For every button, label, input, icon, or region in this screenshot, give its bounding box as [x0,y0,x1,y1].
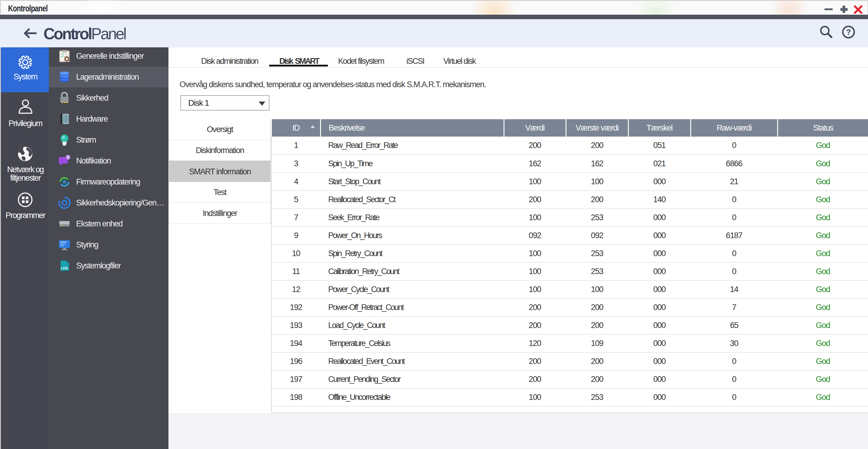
svg-text:LOG: LOG [61,266,68,270]
svg-text:?: ? [846,28,851,36]
